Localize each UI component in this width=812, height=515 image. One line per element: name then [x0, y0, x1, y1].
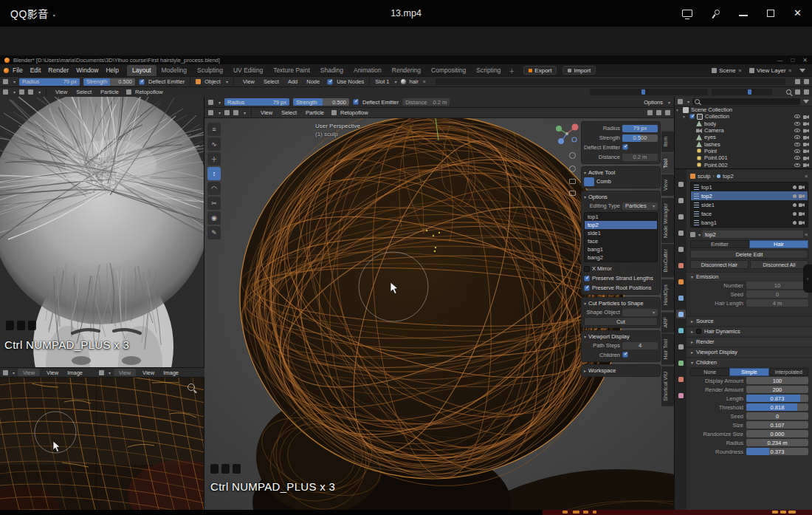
- particle-system-item[interactable]: top1: [585, 213, 657, 221]
- path-steps-field[interactable]: 4: [622, 342, 658, 349]
- children-mode-button[interactable]: None: [690, 368, 729, 376]
- workspace-tab[interactable]: Animation: [348, 65, 387, 76]
- editor-type-icon[interactable]: [678, 99, 683, 104]
- workspace-tab[interactable]: Rendering: [387, 65, 426, 76]
- editor-menu-item[interactable]: View: [43, 369, 62, 376]
- render-section[interactable]: Render: [687, 337, 812, 346]
- camera-view-icon[interactable]: [569, 179, 576, 184]
- tab-material[interactable]: [676, 375, 686, 383]
- close-button[interactable]: ✕: [794, 10, 802, 17]
- tab-object-data[interactable]: [676, 358, 686, 367]
- outliner-row[interactable]: body: [675, 120, 812, 127]
- value-field[interactable]: 0: [746, 290, 808, 298]
- particle-system-row[interactable]: top1: [691, 183, 808, 191]
- sidebar-tab[interactable]: Node Wrangler: [661, 198, 674, 243]
- hide-viewport-icon[interactable]: [794, 156, 800, 160]
- deflect-emitter-checkbox[interactable]: [353, 99, 359, 105]
- tool-smooth-button[interactable]: ∿: [207, 137, 221, 151]
- viewport-menu-item[interactable]: View: [52, 89, 71, 95]
- children-mode-button[interactable]: Simple: [729, 368, 768, 376]
- value-slider[interactable]: 0.107: [746, 421, 808, 429]
- tab-texture[interactable]: [676, 391, 686, 400]
- panel-collapse-tab[interactable]: ‹: [803, 265, 812, 293]
- tool-comb-button[interactable]: ≡: [207, 123, 221, 136]
- hide-viewport-icon[interactable]: [794, 122, 800, 126]
- editor-type-icon[interactable]: [3, 89, 8, 95]
- import-button[interactable]: Import: [562, 66, 596, 75]
- main-3d-viewport[interactable]: Radius79 px Strength0.500 Deflect Emitte…: [204, 97, 674, 510]
- wireframe-viewport[interactable]: [0, 378, 204, 510]
- tab-view-layer[interactable]: [676, 228, 686, 237]
- value-slider[interactable]: 100: [746, 377, 808, 384]
- unlink-icon[interactable]: [805, 173, 808, 180]
- hide-render-icon[interactable]: [803, 149, 809, 153]
- workspace-tab[interactable]: Layout: [127, 65, 156, 76]
- tab-world[interactable]: [676, 261, 686, 270]
- viewport-menu-item[interactable]: Select: [278, 109, 300, 116]
- editor-menu-item[interactable]: Image: [159, 369, 182, 376]
- breadcrumb-settings[interactable]: top2: [723, 173, 734, 180]
- tab-particles[interactable]: [676, 310, 686, 318]
- tab-modifiers[interactable]: [676, 293, 686, 302]
- editor-type-icon[interactable]: [3, 370, 8, 375]
- workspace-tab[interactable]: Sculpting: [192, 65, 228, 76]
- workspace-section[interactable]: Workspace: [584, 366, 658, 375]
- children-section[interactable]: Children: [687, 358, 812, 366]
- workspace-tab[interactable]: Shading: [315, 65, 348, 76]
- hide-render-icon[interactable]: [803, 142, 809, 146]
- editor-menu-item[interactable]: Add: [284, 78, 301, 85]
- outliner-row[interactable]: Camera: [675, 127, 812, 134]
- strength-slider[interactable]: Strength0.500: [83, 78, 135, 86]
- unlink-icon[interactable]: [788, 67, 792, 74]
- render-toggle-icon[interactable]: [799, 220, 805, 225]
- hide-viewport-icon[interactable]: [794, 115, 800, 118]
- tab-tool[interactable]: [676, 180, 686, 188]
- material-name[interactable]: hair: [410, 78, 419, 85]
- hide-viewport-icon[interactable]: [794, 149, 800, 153]
- value-slider[interactable]: 0: [746, 412, 808, 420]
- options-section[interactable]: Options: [584, 193, 658, 201]
- value-slider[interactable]: 0.000: [746, 430, 808, 437]
- blender-minimize-icon[interactable]: —: [777, 57, 782, 64]
- blender-app-menu-icon[interactable]: [4, 68, 9, 73]
- viewport-menu-item[interactable]: Particle: [97, 89, 123, 95]
- view-layer-selector[interactable]: View Layer: [749, 67, 792, 74]
- editor-menu-item[interactable]: Node: [303, 78, 323, 85]
- sidebar-tab[interactable]: BoxCutter: [661, 244, 674, 277]
- tool-cut-button[interactable]: ✂: [207, 197, 221, 210]
- cast-to-device-icon[interactable]: [682, 10, 692, 17]
- sidebar-tab[interactable]: Tool: [661, 154, 674, 174]
- blender-close-icon[interactable]: ✕: [802, 57, 808, 64]
- minimize-button[interactable]: [739, 15, 748, 16]
- deflect-emitter-checkbox[interactable]: [139, 79, 145, 85]
- hide-viewport-icon[interactable]: [794, 163, 800, 167]
- breadcrumb-object[interactable]: sculp: [698, 173, 711, 180]
- expand-icon[interactable]: [676, 108, 681, 112]
- active-tool-section[interactable]: Active Tool: [584, 168, 658, 177]
- distance-field[interactable]: 0.2 m: [622, 154, 658, 161]
- value-field[interactable]: 10: [746, 282, 808, 289]
- timeline-strip[interactable]: [712, 89, 772, 95]
- tab-scene[interactable]: [676, 245, 686, 253]
- pin-on-top-icon[interactable]: [712, 10, 720, 18]
- preserve-roots-checkbox[interactable]: [584, 285, 590, 291]
- toolbar-icon[interactable]: [804, 89, 809, 95]
- hair-button[interactable]: Hair: [749, 240, 808, 248]
- editor-menu-item[interactable]: View: [239, 78, 258, 85]
- left-3d-viewport[interactable]: Ctrl NUMPAD_PLUS x 3: [0, 97, 204, 367]
- unlink-icon[interactable]: [422, 78, 426, 85]
- tab-physics[interactable]: [676, 326, 686, 335]
- outliner-row[interactable]: lashes: [675, 140, 812, 147]
- toolbar-icon[interactable]: [804, 79, 809, 84]
- render-toggle-icon[interactable]: [799, 185, 805, 189]
- sidebar-tab[interactable]: HardOps: [661, 279, 674, 310]
- proportional-edit-icon[interactable]: [656, 110, 661, 115]
- view-mode-dropdown[interactable]: View: [114, 369, 136, 376]
- export-button[interactable]: Export: [523, 66, 557, 75]
- viewport-menu-item[interactable]: Select: [72, 89, 95, 95]
- emission-section[interactable]: Emission: [687, 272, 812, 281]
- menu-item[interactable]: File: [9, 66, 27, 74]
- menu-item[interactable]: Edit: [27, 66, 45, 74]
- cut-particles-section[interactable]: Cut Particles to Shape: [584, 299, 658, 307]
- hide-render-icon[interactable]: [803, 135, 809, 140]
